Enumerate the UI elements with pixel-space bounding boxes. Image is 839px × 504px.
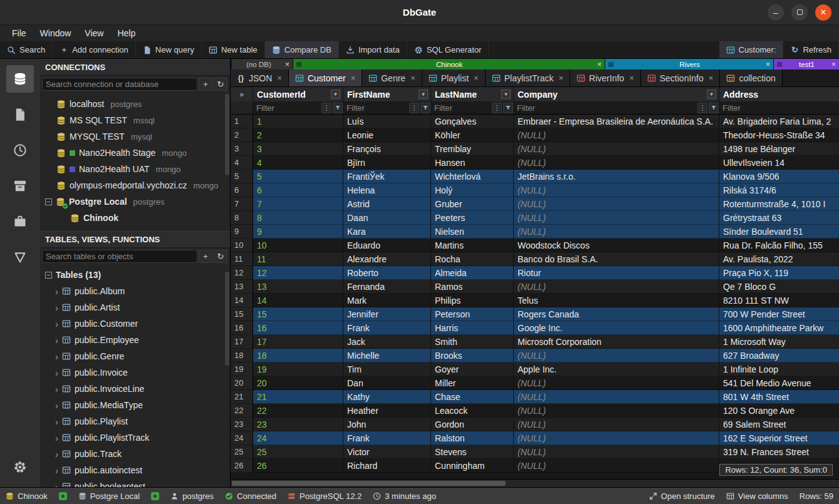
row-number[interactable]: 24 — [231, 431, 253, 445]
grid-row[interactable]: 1717JackSmithMicrosoft Corporation1 Micr… — [231, 335, 839, 349]
cell-firstname[interactable]: Bjїrn — [343, 156, 431, 170]
grid-row[interactable]: 1111AlexandreRochaBanco do Brasil S.A.Av… — [231, 252, 839, 266]
cell-address[interactable]: Av. Paulista, 2022 — [719, 252, 839, 266]
grid-row[interactable]: 11LuísGonçalvesEmbraer - Empresa Brasile… — [231, 115, 839, 128]
cell-company[interactable]: (NULL) — [514, 142, 719, 156]
refresh-tables-button[interactable]: ↻ — [214, 250, 227, 263]
cell-address[interactable]: 1 Infinite Loop — [719, 363, 839, 376]
chevron-right-icon[interactable]: › — [55, 466, 58, 475]
cell-company[interactable]: JetBrains s.r.o. — [514, 170, 719, 183]
grid-row[interactable]: 66HelenaHolý(NULL)Rilská 3174/6 — [231, 183, 839, 197]
cell-firstname[interactable]: Heather — [343, 404, 431, 418]
cell-customerid[interactable]: 21 — [253, 390, 343, 404]
cell-company[interactable]: (NULL) — [514, 404, 719, 418]
cell-firstname[interactable]: FrantiЎek — [343, 170, 431, 183]
cell-company[interactable]: (NULL) — [514, 225, 719, 239]
cell-firstname[interactable]: François — [343, 142, 431, 156]
row-number[interactable]: 17 — [231, 335, 253, 349]
db-group-tab-rivers[interactable]: Rivers× — [605, 59, 773, 69]
cell-customerid[interactable]: 17 — [253, 335, 343, 349]
database-chinook[interactable]: Chinook — [40, 210, 230, 226]
grid-row[interactable]: 2323JohnGordon(NULL)69 Salem Street — [231, 418, 839, 431]
column-dropdown-icon[interactable]: ▾ — [331, 90, 340, 99]
db-group-tab-test1[interactable]: test1× — [774, 59, 839, 69]
grid-row[interactable]: 44BjїrnHansen(NULL)UllevІlsveien 14 — [231, 156, 839, 170]
grid-row[interactable]: 2525VictorStevens(NULL)319 N. Frances St… — [231, 445, 839, 459]
cell-customerid[interactable]: 15 — [253, 307, 343, 321]
cell-customerid[interactable]: 20 — [253, 376, 343, 390]
tab-genre[interactable]: Genre× — [362, 69, 422, 86]
close-icon[interactable]: × — [831, 60, 836, 69]
cell-address[interactable]: 1600 Amphitheatre Parkw — [719, 321, 839, 335]
cell-lastname[interactable]: Miller — [431, 376, 514, 390]
row-number[interactable]: 25 — [231, 445, 253, 459]
table-public-playlisttrack[interactable]: ›public.PlaylistTrack — [40, 429, 230, 446]
cell-lastname[interactable]: Peeters — [431, 211, 514, 225]
close-icon[interactable]: × — [474, 73, 479, 83]
cell-address[interactable]: 120 S Orange Ave — [719, 404, 839, 418]
chevron-right-icon[interactable]: › — [55, 401, 58, 410]
close-icon[interactable]: × — [285, 60, 289, 69]
cell-lastname[interactable]: Stevens — [431, 445, 514, 459]
cell-firstname[interactable]: Frank — [343, 321, 431, 335]
cell-address[interactable]: 541 Del Medio Avenue — [719, 376, 839, 390]
grid-row[interactable]: 2121KathyChase(NULL)801 W 4th Street — [231, 390, 839, 404]
row-number[interactable]: 13 — [231, 280, 253, 294]
cell-company[interactable]: (NULL) — [514, 390, 719, 404]
row-number[interactable]: 9 — [231, 225, 253, 239]
horizontal-scrollbar[interactable] — [231, 479, 839, 487]
cell-firstname[interactable]: Astrid — [343, 197, 431, 211]
cell-address[interactable]: 1 Microsoft Way — [719, 335, 839, 349]
status-server-version[interactable]: PostgreSQL 12.2 — [282, 491, 367, 501]
cell-address[interactable]: Rilská 3174/6 — [719, 183, 839, 197]
cell-firstname[interactable]: Daan — [343, 211, 431, 225]
cell-lastname[interactable]: Philips — [431, 294, 514, 307]
cell-firstname[interactable]: Michelle — [343, 349, 431, 363]
chevron-right-icon[interactable]: › — [55, 384, 58, 394]
filter-menu-icon[interactable]: ⋮ — [492, 103, 502, 113]
cell-address[interactable]: Theodor-Heuss-Straße 34 — [719, 128, 839, 142]
filter-input-address[interactable] — [722, 103, 839, 113]
row-number[interactable]: 11 — [231, 252, 253, 266]
row-number[interactable]: 12 — [231, 266, 253, 280]
chevron-right-icon[interactable]: › — [55, 417, 58, 426]
cell-company[interactable]: (NULL) — [514, 211, 719, 225]
column-header-address[interactable]: Address▾ — [719, 87, 839, 101]
cell-lastname[interactable]: Wichterlová — [431, 170, 514, 183]
table-public-track[interactable]: ›public.Track — [40, 446, 230, 462]
row-number[interactable]: 6 — [231, 183, 253, 197]
connection-ms-sql-test[interactable]: MS SQL TESTmssql — [40, 112, 230, 128]
minimize-button[interactable]: – — [768, 4, 784, 21]
filter-funnel-button[interactable] — [333, 103, 343, 113]
close-icon[interactable]: × — [597, 60, 602, 69]
cell-company[interactable]: Telus — [514, 294, 719, 307]
cell-company[interactable]: Embraer - Empresa Brasileira de Aeronáut… — [514, 115, 719, 128]
cell-customerid[interactable]: 26 — [253, 459, 343, 473]
table-public-mediatype[interactable]: ›public.MediaType — [40, 397, 230, 413]
cell-company[interactable]: Rogers Canada — [514, 307, 719, 321]
cell-customerid[interactable]: 14 — [253, 294, 343, 307]
cell-firstname[interactable]: Alexandre — [343, 252, 431, 266]
row-number[interactable]: 15 — [231, 307, 253, 321]
close-icon[interactable]: × — [629, 73, 634, 83]
cell-company[interactable]: (NULL) — [514, 197, 719, 211]
chevron-right-icon[interactable]: › — [55, 319, 58, 329]
cell-company[interactable]: Google Inc. — [514, 321, 719, 335]
cell-address[interactable]: 162 E Superior Street — [719, 431, 839, 445]
add-connection-button[interactable]: +Add connection — [53, 41, 136, 58]
cell-lastname[interactable]: Ramos — [431, 280, 514, 294]
db-group-tab-no-db[interactable]: (no DB)× — [232, 59, 293, 69]
row-number[interactable]: 22 — [231, 404, 253, 418]
cell-firstname[interactable]: Kathy — [343, 390, 431, 404]
cell-address[interactable]: 700 W Pender Street — [719, 307, 839, 321]
table-public-customer[interactable]: ›public.Customer — [40, 316, 230, 332]
cell-address[interactable]: Sїnder Boulevard 51 — [719, 225, 839, 239]
cell-company[interactable]: Riotur — [514, 266, 719, 280]
status-connection-status[interactable]: Connected — [219, 491, 282, 501]
row-number[interactable]: 21 — [231, 390, 253, 404]
row-number[interactable]: 7 — [231, 197, 253, 211]
grid-row[interactable]: 55FrantiЎekWichterlováJetBrains s.r.o.Kl… — [231, 170, 839, 183]
cell-lastname[interactable]: Rocha — [431, 252, 514, 266]
cell-firstname[interactable]: Richard — [343, 459, 431, 473]
cell-company[interactable]: Apple Inc. — [514, 363, 719, 376]
